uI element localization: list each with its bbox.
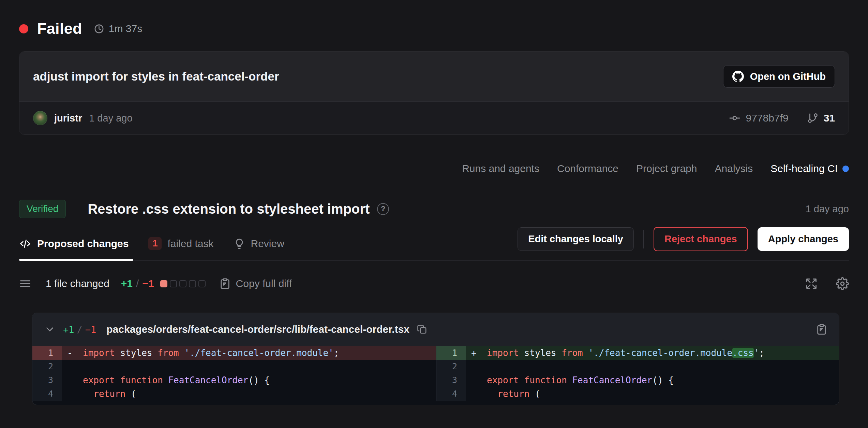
diff-pane-after: 1+import styles from './feat-cancel-orde… bbox=[436, 346, 839, 401]
code-text: return ( bbox=[466, 387, 839, 401]
chevron-down-icon bbox=[44, 324, 56, 335]
tabs: Proposed changes 1 failed task Review bbox=[19, 229, 284, 260]
file-path: packages/orders/feat-cancel-order/src/li… bbox=[106, 324, 409, 335]
line-number: 2 bbox=[436, 360, 466, 373]
lightbulb-icon bbox=[234, 238, 245, 249]
line-number: 4 bbox=[32, 387, 62, 401]
edit-changes-locally-button[interactable]: Edit changes locally bbox=[518, 227, 634, 251]
diff-stat-squares bbox=[160, 280, 206, 287]
diff-line: 1-import styles from './feat-cancel-orde… bbox=[32, 346, 436, 360]
line-number: 4 bbox=[436, 387, 466, 401]
run-duration-value: 1m 37s bbox=[109, 23, 142, 34]
diff-stat-square bbox=[179, 280, 186, 287]
file-stats-separator: / bbox=[77, 324, 83, 335]
collapse-file-button[interactable] bbox=[44, 324, 56, 335]
reject-changes-button[interactable]: Reject changes bbox=[654, 227, 748, 251]
nav-item-analysis[interactable]: Analysis bbox=[715, 163, 753, 174]
line-number: 2 bbox=[32, 360, 62, 373]
file-additions: +1 bbox=[63, 324, 74, 335]
diff-line: 4 return ( bbox=[32, 387, 436, 401]
expand-icon bbox=[805, 277, 818, 290]
diff-split-view: 1-import styles from './feat-cancel-orde… bbox=[32, 346, 839, 405]
diff-toolbar: 1 file changed +1 / −1 Copy full diff bbox=[19, 277, 849, 290]
branch-count: 31 bbox=[824, 112, 835, 124]
line-number: 3 bbox=[32, 373, 62, 387]
diff-line: 4 return ( bbox=[436, 387, 839, 401]
secondary-nav: Runs and agentsConformanceProject graphA… bbox=[19, 163, 849, 174]
failed-status-icon bbox=[19, 24, 28, 33]
code-icon bbox=[19, 238, 31, 250]
nav-item-self-healing-ci[interactable]: Self-healing CI bbox=[770, 163, 849, 174]
tab-proposed-changes-label: Proposed changes bbox=[37, 238, 129, 249]
git-commit-icon bbox=[729, 112, 740, 124]
author-name[interactable]: juristr bbox=[54, 113, 82, 124]
notification-dot bbox=[842, 166, 849, 172]
diff-stats: +1 / −1 bbox=[121, 278, 154, 289]
nav-item-conformance[interactable]: Conformance bbox=[557, 163, 618, 174]
code-text: +import styles from './feat-cancel-order… bbox=[466, 346, 839, 360]
verified-badge: Verified bbox=[19, 200, 66, 218]
nav-item-runs-and-agents[interactable]: Runs and agents bbox=[462, 163, 539, 174]
line-number: 1 bbox=[32, 346, 62, 360]
clipboard-icon bbox=[219, 278, 231, 289]
code-text: -import styles from './feat-cancel-order… bbox=[62, 346, 436, 360]
self-healing-ci-page: Failed 1m 37s adjust import for styles i… bbox=[0, 0, 868, 405]
hamburger-icon bbox=[19, 277, 31, 290]
commit-message: adjust import for styles in feat-cancel-… bbox=[33, 70, 279, 83]
apply-changes-button[interactable]: Apply changes bbox=[758, 227, 849, 251]
code-text bbox=[62, 360, 436, 373]
commit-card-header: adjust import for styles in feat-cancel-… bbox=[19, 52, 849, 101]
commit-card-meta: juristr 1 day ago 9778b7f9 31 bbox=[19, 101, 849, 134]
diff-stat-square bbox=[160, 280, 167, 287]
deletions-count: −1 bbox=[142, 278, 154, 289]
github-icon bbox=[732, 71, 744, 82]
commit-hash-chip[interactable]: 9778b7f9 bbox=[729, 112, 788, 124]
help-icon[interactable]: ? bbox=[377, 203, 389, 215]
copy-full-diff-button[interactable]: Copy full diff bbox=[219, 278, 292, 289]
diff-stat-square bbox=[170, 280, 177, 287]
diff-file-panel: +1 / −1 packages/orders/feat-cancel-orde… bbox=[32, 313, 839, 405]
branch-count-chip[interactable]: 31 bbox=[807, 112, 835, 124]
fix-time: 1 day ago bbox=[806, 203, 849, 215]
files-changed-label: 1 file changed bbox=[46, 278, 109, 289]
failed-task-count-badge: 1 bbox=[148, 237, 162, 250]
copy-file-diff-button[interactable] bbox=[816, 324, 827, 335]
fix-title: Restore .css extension to stylesheet imp… bbox=[88, 201, 370, 217]
expand-diff-button[interactable] bbox=[805, 277, 818, 290]
open-on-github-label: Open on GitHub bbox=[750, 71, 826, 82]
tab-review[interactable]: Review bbox=[234, 230, 284, 260]
gear-icon bbox=[836, 277, 849, 290]
code-text bbox=[466, 360, 839, 373]
line-number: 1 bbox=[436, 346, 466, 360]
button-divider bbox=[643, 230, 644, 248]
diff-line: 1+import styles from './feat-cancel-orde… bbox=[436, 346, 839, 360]
code-text: return ( bbox=[62, 387, 436, 401]
diff-line: 3export function FeatCancelOrder() { bbox=[32, 373, 436, 387]
run-status-row: Failed 1m 37s bbox=[19, 20, 849, 38]
clock-icon bbox=[94, 24, 104, 34]
tab-proposed-changes[interactable]: Proposed changes bbox=[19, 229, 129, 260]
file-list-menu-button[interactable] bbox=[19, 277, 31, 290]
diff-file-header: +1 / −1 packages/orders/feat-cancel-orde… bbox=[32, 313, 839, 346]
stats-separator: / bbox=[136, 278, 139, 289]
diff-pane-before: 1-import styles from './feat-cancel-orde… bbox=[32, 346, 436, 401]
git-branch-icon bbox=[807, 112, 819, 124]
copy-file-path-button[interactable] bbox=[417, 324, 427, 334]
fix-heading-row: Verified Restore .css extension to style… bbox=[19, 200, 849, 218]
open-on-github-button[interactable]: Open on GitHub bbox=[723, 65, 835, 88]
commit-card: adjust import for styles in feat-cancel-… bbox=[19, 51, 849, 135]
copy-full-diff-label: Copy full diff bbox=[236, 278, 292, 289]
avatar[interactable] bbox=[33, 111, 47, 125]
nav-item-project-graph[interactable]: Project graph bbox=[636, 163, 697, 174]
code-text: export function FeatCancelOrder() { bbox=[62, 373, 436, 387]
file-diff-stats: +1 / −1 bbox=[63, 324, 96, 335]
tabs-row: Proposed changes 1 failed task Review Ed… bbox=[19, 227, 849, 261]
diff-line: 3export function FeatCancelOrder() { bbox=[436, 373, 839, 387]
code-text: export function FeatCancelOrder() { bbox=[466, 373, 839, 387]
tab-review-label: Review bbox=[251, 238, 284, 249]
diff-settings-button[interactable] bbox=[836, 277, 849, 290]
copy-icon bbox=[417, 324, 427, 334]
tab-failed-task[interactable]: 1 failed task bbox=[148, 229, 213, 260]
clipboard-icon bbox=[816, 324, 827, 335]
additions-count: +1 bbox=[121, 278, 133, 289]
